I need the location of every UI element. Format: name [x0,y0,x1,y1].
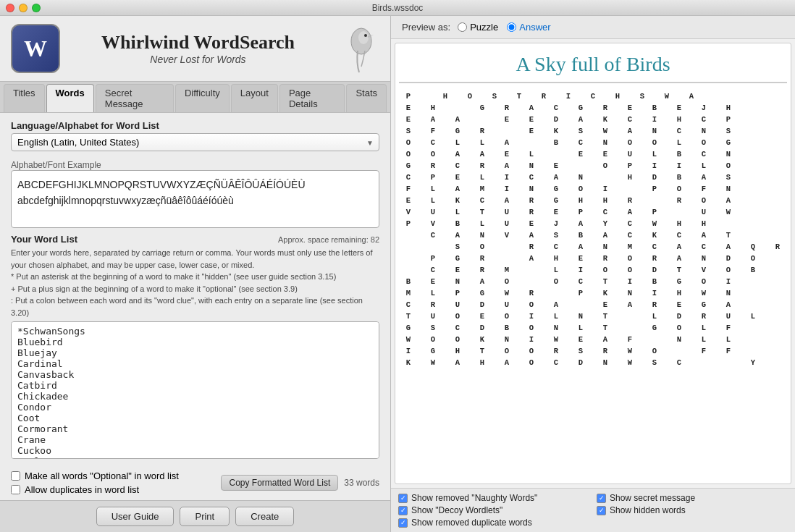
grid-cell: N [698,253,710,264]
grid-cell [513,195,525,206]
grid-row: ELKCARGHHRROA [403,195,783,206]
minimize-button[interactable] [19,4,28,12]
grid-cell: S [489,90,500,102]
grid-cell: V [698,264,710,276]
grid-cell: U [501,206,513,218]
grid-cell: H [439,90,451,102]
grid-cell: L [550,264,562,276]
create-button[interactable]: Create [235,507,294,526]
tab-secret-message[interactable]: Secret Message [96,84,174,112]
grid-cell: O [452,334,463,345]
grid-cell [612,311,623,322]
grid-cell [538,148,550,160]
grid-cell [538,102,550,114]
grid-cell [489,345,500,357]
answer-radio[interactable] [507,22,516,32]
grid-cell [538,253,550,264]
grid-cell [489,206,500,218]
grid-cell: A [723,195,734,206]
grid-cell: U [501,218,513,229]
grid-cell: G [649,322,660,334]
grid-cell [563,148,574,160]
grid-cell [587,322,599,334]
language-select[interactable]: English (Latin, United States) [11,133,379,151]
grid-cell [563,137,574,148]
grid-cell: Y [600,218,611,229]
grid-cell: L [427,195,439,206]
decoy-wordlets-checkbox[interactable]: ✓ [398,506,408,515]
grid-cell [513,137,525,148]
bottom-options: Make all words "Optional" in word list A… [11,467,379,499]
answer-radio-item[interactable]: Answer [507,22,550,33]
grid-cell: D [649,264,660,276]
puzzle-radio[interactable] [458,22,467,32]
grid-cell: N [526,160,537,172]
duplicate-words-checkbox[interactable]: ✓ [398,518,408,528]
grid-cell [415,160,426,172]
grid-cell: E [452,172,463,183]
grid-cell [612,148,623,160]
grid-cell [489,357,500,368]
duplicates-checkbox[interactable] [11,485,20,494]
tab-page-details[interactable]: Page Details [279,84,345,112]
grid-cell: O [501,311,513,322]
tab-stats[interactable]: Stats [346,84,387,112]
maximize-button[interactable] [32,4,41,12]
tab-words[interactable]: Words [46,84,94,112]
grid-row: CANVASBACKCAT [403,229,783,241]
grid-cell [710,311,722,322]
grid-cell [415,299,426,311]
grid-cell: B [501,322,513,334]
puzzle-radio-item[interactable]: Puzzle [458,22,498,33]
grid-cell [538,287,550,299]
grid-cell [612,183,623,195]
grid-cell: C [698,114,710,125]
close-button[interactable] [6,4,14,12]
grid-cell: E [427,276,439,287]
grid-cell [550,287,562,299]
alphabet-lower: abcdefghijklmnopqrstuvwxyzæçñüâêîôûáéíóú… [17,193,373,208]
grid-cell: A [452,357,463,368]
naughty-words-checkbox[interactable]: ✓ [398,494,408,503]
grid-cell: T [600,311,611,322]
grid-cell: A [526,229,537,241]
grid-cell [501,125,513,137]
copy-formatted-word-list-button[interactable]: Copy Formatted Word List [221,475,338,491]
grid-cell: H [427,102,439,114]
grid-cell [624,322,636,334]
grid-cell [415,253,426,264]
secret-message-checkbox[interactable]: ✓ [597,494,606,503]
grid-cell [710,183,722,195]
grid-cell [415,206,426,218]
grid-cell: I [563,90,574,102]
grid-cell: R [772,241,783,253]
grid-cell [636,114,648,125]
tab-layout[interactable]: Layout [231,84,278,112]
word-list-textarea[interactable]: *SchwanSongs Bluebird Bluejay Cardinal C… [11,321,379,459]
grid-row: PGRAHERORANDO [403,253,783,264]
grid-cell: G [698,299,710,311]
grid-cell: W [649,218,660,229]
print-button[interactable]: Print [180,507,230,526]
grid-cell: Q [747,241,759,253]
grid-cell: S [575,345,586,357]
grid-cell [661,195,673,206]
tab-titles[interactable]: Titles [4,84,45,112]
user-guide-button[interactable]: User Guide [96,507,174,526]
grid-cell [563,218,574,229]
optional-checkbox[interactable] [11,471,20,481]
grid-cell: I [673,160,685,172]
grid-cell [661,125,673,137]
grid-cell [439,102,451,114]
grid-cell: I [575,264,586,276]
grid-cell: L [427,183,439,195]
grid-cell [489,287,500,299]
grid-cell [686,229,697,241]
tab-difficulty[interactable]: Difficulty [175,84,230,112]
grid-cell: E [575,148,586,160]
grid-cell [513,229,525,241]
grid-cell: N [723,287,734,299]
app-title: Whirlwind WordSearch [71,32,325,54]
grid-cell: J [550,218,562,229]
hidden-words-checkbox[interactable]: ✓ [597,506,606,515]
